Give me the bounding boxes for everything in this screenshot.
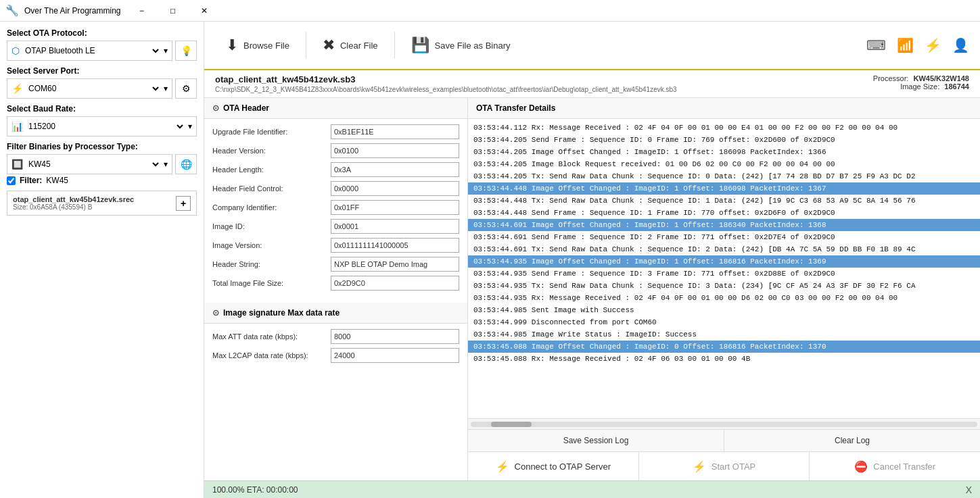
log-line: 03:53:44.935 Rx: Message Received : 02 4… bbox=[468, 292, 980, 304]
processor-select[interactable]: KW45 bbox=[26, 159, 161, 170]
log-line: 03:53:44.691 Image Offset Changed : Imag… bbox=[468, 219, 980, 231]
log-action-bar: Save Session Log Clear Log bbox=[468, 429, 980, 451]
baud-row: 📊 115200 ▾ bbox=[7, 116, 197, 136]
browse-file-button[interactable]: ⬇ Browse File bbox=[215, 25, 300, 66]
file-info-bar: otap_client_att_kw45b41zevk.sb3 C:\nxp\S… bbox=[204, 70, 980, 98]
baud-icon: 📊 bbox=[11, 121, 23, 132]
port-settings-button[interactable]: ⚙ bbox=[175, 78, 197, 99]
transfer-section: OTA Transfer Details 03:53:44.112 Rx: Me… bbox=[468, 98, 980, 480]
save-icon: 💾 bbox=[411, 36, 429, 54]
log-line: 03:53:44.205 Tx: Send Raw Data Chunk : S… bbox=[468, 170, 980, 182]
signature-toggle[interactable]: ⊙ bbox=[212, 308, 219, 318]
file-info-name: otap_client_att_kw45b41zevk.sb3 bbox=[215, 74, 677, 84]
ota-field-input-8[interactable] bbox=[331, 276, 459, 291]
ota-header-field-row: Header Length: bbox=[212, 162, 459, 177]
log-line: 03:53:44.448 Image Offset Changed : Imag… bbox=[468, 182, 980, 195]
ota-field-label-7: Header String: bbox=[212, 260, 331, 268]
app-icon: 🔧 bbox=[5, 4, 19, 17]
port-select-wrapper[interactable]: ⚡ COM60 ▾ bbox=[7, 78, 172, 99]
processor-row: 🔲 KW45 ▾ 🌐 bbox=[7, 154, 197, 174]
start-otap-button[interactable]: ⚡ Start OTAP bbox=[639, 452, 810, 480]
filter-checkbox[interactable] bbox=[7, 176, 16, 185]
transfer-header: OTA Transfer Details bbox=[468, 98, 980, 119]
ota-field-input-1[interactable] bbox=[331, 143, 459, 158]
browse-icon: ⬇ bbox=[226, 36, 238, 54]
maximize-button[interactable]: □ bbox=[158, 0, 189, 22]
ota-field-label-5: Image ID: bbox=[212, 222, 331, 230]
ota-header-field-row: Total Image File Size: bbox=[212, 276, 459, 291]
ota-field-input-5[interactable] bbox=[331, 219, 459, 234]
toolbar-separator-1 bbox=[306, 32, 306, 59]
ota-header-field-row: Header Version: bbox=[212, 143, 459, 158]
connect-button[interactable]: ⚡ Connect to OTAP Server bbox=[468, 452, 639, 480]
main-container: Select OTA Protocol: ⬡ OTAP Bluetooth LE… bbox=[0, 22, 980, 498]
ota-header-title: OTA Header bbox=[223, 103, 269, 113]
processor-info-value: KW45/K32W148 bbox=[913, 74, 969, 82]
save-session-log-button[interactable]: Save Session Log bbox=[468, 430, 724, 451]
minimize-button[interactable]: − bbox=[126, 0, 158, 22]
ota-field-input-0[interactable] bbox=[331, 124, 459, 139]
ota-field-input-4[interactable] bbox=[331, 200, 459, 215]
signature-section-header: ⊙ Image signature Max data rate bbox=[204, 303, 467, 324]
close-button[interactable]: ✕ bbox=[189, 0, 220, 22]
protocol-settings-button[interactable]: 💡 bbox=[175, 41, 197, 61]
port-select[interactable]: COM60 bbox=[26, 83, 161, 94]
log-line: 03:53:44.205 Image Offset Changed : Imag… bbox=[468, 146, 980, 158]
sig-field-input-0[interactable] bbox=[331, 329, 459, 344]
processor-icon: 🔲 bbox=[11, 159, 23, 170]
ota-field-label-3: Header Field Control: bbox=[212, 184, 331, 193]
sig-field-input-1[interactable] bbox=[331, 348, 459, 363]
log-line: 03:53:44.935 Tx: Send Raw Data Chunk : S… bbox=[468, 280, 980, 292]
ota-field-input-6[interactable] bbox=[331, 238, 459, 253]
signature-fields: Max ATT data rate (kbps): Max L2CAP data… bbox=[204, 324, 467, 372]
processor-info: Processor: KW45/K32W148 bbox=[873, 74, 969, 82]
toolbar: ⬇ Browse File ✖ Clear File 💾 Save File a… bbox=[204, 22, 980, 70]
log-line: 03:53:44.935 Image Offset Changed : Imag… bbox=[468, 255, 980, 268]
horizontal-scrollbar[interactable] bbox=[468, 418, 980, 429]
ota-field-input-7[interactable] bbox=[331, 257, 459, 272]
ota-field-input-2[interactable] bbox=[331, 162, 459, 177]
log-line: 03:53:44.205 Send Frame : Sequence ID: 0… bbox=[468, 134, 980, 146]
filter-text-label: Filter: bbox=[20, 176, 42, 185]
ota-field-input-3[interactable] bbox=[331, 181, 459, 196]
protocol-select-wrapper[interactable]: ⬡ OTAP Bluetooth LE ▾ bbox=[7, 41, 172, 61]
save-binary-button[interactable]: 💾 Save File as Binary bbox=[400, 25, 521, 66]
baud-dropdown-icon: ▾ bbox=[188, 122, 192, 131]
cancel-transfer-button[interactable]: ⛔ Cancel Transfer bbox=[810, 452, 980, 480]
file-size: Size: 0x6A58A (435594) B bbox=[13, 203, 134, 211]
add-file-button[interactable]: + bbox=[176, 196, 191, 211]
keyboard-icon: ⌨ bbox=[866, 37, 886, 53]
connect-label: Connect to OTAP Server bbox=[515, 462, 611, 472]
port-label: Select Server Port: bbox=[7, 66, 197, 76]
cancel-label: Cancel Transfer bbox=[873, 462, 935, 472]
ota-header-field-row: Company Identifier: bbox=[212, 200, 459, 215]
bluetooth-icon: ⬡ bbox=[11, 45, 20, 56]
log-line: 03:53:44.448 Send Frame : Sequence ID: 1… bbox=[468, 207, 980, 219]
baud-select[interactable]: 115200 bbox=[26, 121, 185, 132]
file-info-left: otap_client_att_kw45b41zevk.sb3 C:\nxp\S… bbox=[215, 74, 677, 93]
signal-icon: 📶 bbox=[897, 37, 914, 53]
left-panel: Select OTA Protocol: ⬡ OTAP Bluetooth LE… bbox=[0, 22, 204, 498]
processor-dropdown-icon: ▾ bbox=[164, 159, 168, 169]
app-title: Over The Air Programming bbox=[24, 6, 121, 16]
globe-button[interactable]: 🌐 bbox=[175, 154, 197, 174]
clear-log-button[interactable]: Clear Log bbox=[724, 430, 980, 451]
ota-field-label-6: Image Version: bbox=[212, 241, 331, 249]
usb-icon: ⚡ bbox=[925, 37, 941, 53]
filter-value: KW45 bbox=[46, 176, 68, 185]
status-close-button[interactable]: X bbox=[966, 484, 972, 495]
log-line: 03:53:44.112 Rx: Message Received : 02 4… bbox=[468, 122, 980, 134]
log-area[interactable]: 03:53:44.112 Rx: Message Received : 02 4… bbox=[468, 119, 980, 418]
clear-file-label: Clear File bbox=[340, 41, 378, 51]
content-area: ⊙ OTA Header Upgrade File Identifier: He… bbox=[204, 98, 980, 480]
filter-section: Filter Binaries by Processor Type: 🔲 KW4… bbox=[7, 142, 197, 185]
clear-file-button[interactable]: ✖ Clear File bbox=[312, 25, 389, 66]
protocol-select[interactable]: OTAP Bluetooth LE bbox=[22, 45, 161, 56]
processor-select-wrapper[interactable]: 🔲 KW45 ▾ bbox=[7, 154, 172, 174]
baud-select-wrapper[interactable]: 📊 115200 ▾ bbox=[7, 116, 197, 136]
scroll-track[interactable] bbox=[471, 422, 977, 427]
scroll-thumb[interactable] bbox=[491, 422, 532, 427]
image-size-value: 186744 bbox=[944, 82, 969, 91]
bottom-bar: ⚡ Connect to OTAP Server ⚡ Start OTAP ⛔ … bbox=[468, 451, 980, 480]
ota-header-toggle[interactable]: ⊙ bbox=[212, 103, 219, 113]
